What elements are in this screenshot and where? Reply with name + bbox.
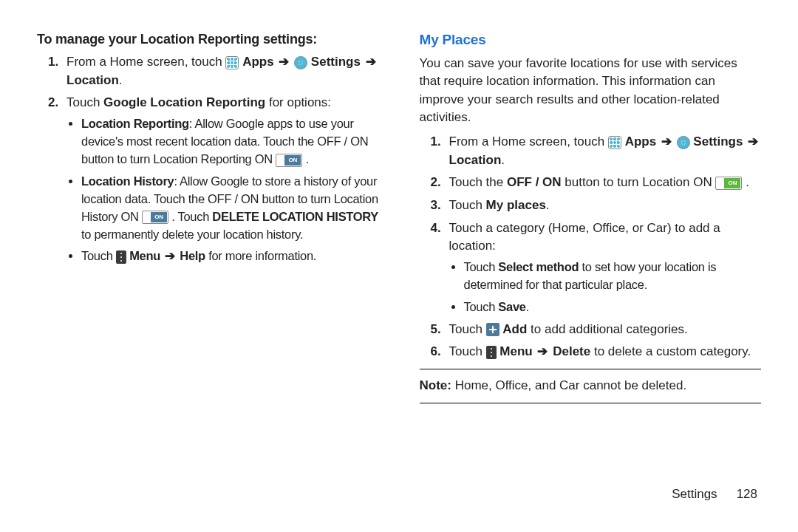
right-step-6: Touch Menu ➔ Delete to delete a custom c… [445, 343, 762, 361]
bold: My places [486, 198, 546, 212]
bullet-menu-help: Touch Menu ➔ Help for more information. [81, 248, 379, 265]
arrow-icon: ➔ [364, 53, 378, 72]
right-sub-bullets: Touch Select method to set how your loca… [449, 259, 762, 316]
divider [420, 403, 762, 403]
location-label: Location [66, 73, 119, 87]
location-label: Location [449, 153, 502, 167]
text: Touch [464, 300, 499, 313]
text: Touch [66, 95, 103, 109]
right-step-1: From a Home screen, touch Apps ➔ Setting… [445, 133, 762, 169]
bullet-save: Touch Save. [464, 299, 762, 316]
on-toggle-icon [276, 154, 302, 167]
on-toggle-icon [142, 211, 168, 224]
right-step-5: Touch Add to add additional categories. [445, 321, 762, 339]
text: to add additional categories. [527, 322, 687, 336]
note-paragraph: Note: Home, Office, and Car cannot be de… [420, 377, 762, 395]
apps-icon [608, 136, 621, 149]
text: From a Home screen, touch [66, 55, 225, 69]
left-steps: From a Home screen, touch Apps ➔ Setting… [43, 53, 379, 265]
bullet-select-method: Touch Select method to set how your loca… [464, 259, 762, 294]
text: Touch [81, 249, 116, 262]
on-toggle-green-icon [715, 177, 742, 190]
right-step-2: Touch the OFF / ON button to turn Locati… [445, 174, 762, 192]
bold: OFF / ON [507, 175, 562, 189]
settings-label: Settings [693, 134, 743, 149]
note-label: Note: [420, 378, 451, 392]
menu-icon [486, 346, 497, 359]
right-steps: From a Home screen, touch Apps ➔ Setting… [426, 133, 762, 361]
bold: Select method [498, 260, 579, 273]
title: Location History [81, 174, 174, 188]
text: Touch [449, 198, 486, 212]
arrow-icon: ➔ [277, 53, 290, 72]
text: for more information. [205, 249, 316, 262]
text: Touch [464, 260, 499, 273]
apps-label: Apps [242, 55, 274, 69]
page-footer: Settings128 [672, 485, 757, 504]
menu-label: Menu [499, 344, 532, 358]
help-label: Help [180, 249, 205, 262]
bullet-location-history: Location History: Allow Google to store … [81, 173, 379, 244]
right-column: My Places You can save your favorite loc… [420, 30, 762, 411]
apps-label: Apps [625, 134, 657, 149]
plus-icon [486, 323, 499, 336]
title: Location Reporting [81, 117, 189, 130]
footer-section: Settings [672, 487, 717, 501]
text: Touch [449, 344, 486, 358]
arrow-icon: ➔ [536, 343, 549, 361]
right-heading: My Places [420, 30, 762, 50]
text: button to turn Location ON [562, 175, 716, 189]
left-heading: To manage your Location Reporting settin… [37, 30, 379, 49]
arrow-icon: ➔ [746, 133, 760, 151]
bold: Google Location Reporting [103, 95, 265, 109]
text: Touch a category (Home, Office, or Car) … [449, 221, 720, 253]
settings-label: Settings [311, 55, 361, 69]
period: . [119, 73, 123, 87]
settings-icon [677, 136, 690, 149]
settings-icon [294, 56, 307, 69]
text: Touch [449, 322, 486, 336]
right-step-3: Touch My places. [445, 197, 762, 215]
text: for options: [265, 95, 331, 109]
add-label: Add [502, 322, 527, 336]
note-text: Home, Office, and Car cannot be deleted. [451, 378, 686, 392]
left-step-2: Touch Google Location Reporting for opti… [62, 94, 379, 265]
text: From a Home screen, touch [449, 134, 608, 149]
arrow-icon: ➔ [660, 133, 673, 151]
text: to permanently delete your location hist… [81, 228, 303, 241]
menu-label: Menu [129, 249, 160, 262]
page-content: To manage your Location Reporting settin… [0, 0, 798, 411]
text: to delete a custom category. [590, 344, 751, 358]
period: . [526, 300, 529, 313]
arrow-icon: ➔ [163, 248, 177, 265]
left-step-1: From a Home screen, touch Apps ➔ Setting… [62, 53, 379, 89]
menu-icon [116, 250, 126, 264]
footer-page-number: 128 [737, 487, 757, 501]
period: . [501, 153, 505, 167]
apps-icon [225, 56, 239, 69]
text: . Touch [168, 210, 212, 223]
bold: DELETE LOCATION HISTORY [212, 210, 378, 223]
bold: Save [498, 300, 525, 313]
divider [420, 369, 762, 369]
right-step-4: Touch a category (Home, Office, or Car) … [445, 219, 762, 316]
left-column: To manage your Location Reporting settin… [37, 30, 379, 411]
intro-paragraph: You can save your favorite locations for… [420, 55, 762, 128]
text: Touch the [449, 175, 507, 189]
period: . [546, 198, 550, 212]
bullet-location-reporting: Location Reporting: Allow Google apps to… [81, 115, 379, 168]
left-sub-bullets: Location Reporting: Allow Google apps to… [66, 115, 379, 265]
delete-label: Delete [553, 344, 590, 358]
